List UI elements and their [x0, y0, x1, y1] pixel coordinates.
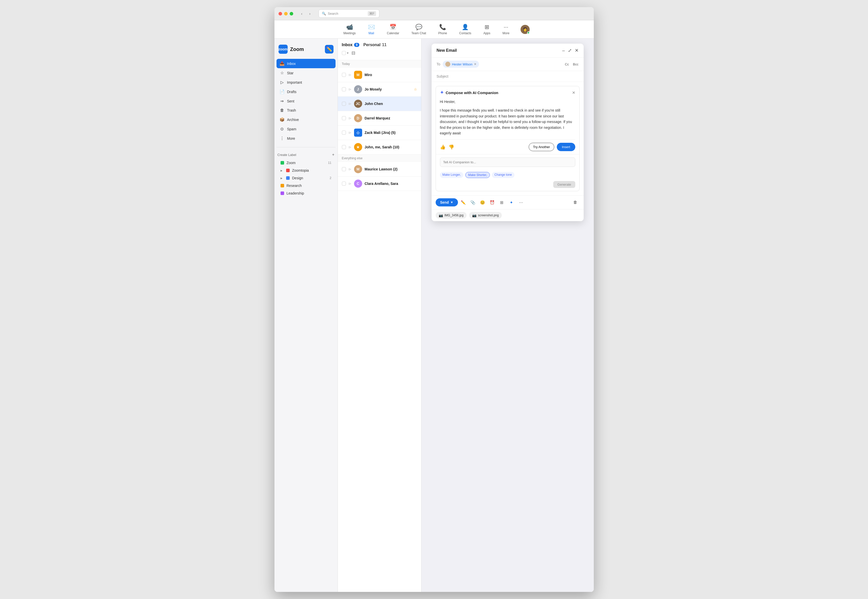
sidebar-item-important[interactable]: ▷ Important [276, 78, 336, 87]
compose-header-actions: – ⤢ ✕ [562, 48, 578, 53]
remove-recipient-button[interactable]: ✕ [474, 62, 476, 66]
email-checkbox-john-chen[interactable] [342, 102, 346, 106]
flag-miro[interactable]: ⊳ [348, 73, 351, 77]
sidebar-item-spam[interactable]: ⊙ Spam [276, 124, 336, 134]
formatting-button[interactable]: ✏️ [459, 198, 468, 207]
email-item-jo[interactable]: ⊳ J Jo Mosely ☆ [338, 82, 421, 96]
cc-button[interactable]: Cc [565, 62, 569, 66]
nav-item-teamchat[interactable]: 💬 Team Chat [406, 22, 431, 37]
insert-button[interactable]: Insert [557, 143, 575, 151]
label-zoomtopia[interactable]: ▶ Zoomtopia [278, 167, 335, 174]
email-item-clara[interactable]: ⊳ C Clara Arellano, Sara [338, 176, 421, 191]
personal-count-badge: 11 [382, 43, 386, 47]
email-checkbox-miro[interactable] [342, 73, 346, 77]
tab-inbox[interactable]: Inbox 9 [342, 43, 359, 47]
flag-zack[interactable]: ⊳ [348, 131, 351, 135]
label-design-arrow: ▶ [281, 177, 282, 179]
flag-john-sarah[interactable]: ⊳ [348, 145, 351, 149]
nav-item-contacts[interactable]: 👤 Contacts [454, 22, 476, 37]
sidebar-item-star[interactable]: ☆ Star [276, 68, 336, 78]
thumbs-down-button[interactable]: 👎 [449, 144, 454, 150]
search-bar[interactable]: 🔍 Search ⌘F [318, 9, 379, 18]
forward-button[interactable]: › [306, 10, 314, 17]
delete-draft-button[interactable]: 🗑 [571, 198, 580, 207]
star-jo[interactable]: ☆ [414, 87, 417, 91]
compose-button[interactable]: ✏️ [325, 45, 333, 54]
minimize-compose-button[interactable]: – [562, 48, 565, 53]
back-button[interactable]: ‹ [298, 10, 305, 17]
minimize-button[interactable] [284, 12, 288, 15]
email-checkbox-darrel[interactable] [342, 116, 346, 120]
flag-maurice[interactable]: ⊳ [348, 167, 351, 171]
suggestion-make-shorter[interactable]: Make Shorter, [465, 172, 490, 178]
label-design[interactable]: ▶ Design 2 [278, 174, 335, 182]
ai-companion-toggle-button[interactable]: ✦ [507, 198, 516, 207]
sender-miro: Miro [365, 73, 372, 77]
compose-subject-field[interactable]: Subject [432, 71, 584, 82]
dropdown-arrow[interactable]: ▾ [347, 51, 348, 55]
send-button[interactable]: Send ▼ [436, 198, 458, 206]
generate-button[interactable]: Generate [553, 181, 575, 188]
attach-file-button[interactable]: 📎 [469, 198, 477, 207]
emoji-button[interactable]: 😊 [478, 198, 487, 207]
email-item-john-sarah[interactable]: ⊳ ★ John, me, Sarah (10) [338, 140, 421, 155]
clock-button[interactable]: ⏰ [488, 198, 497, 207]
suggestion-make-longer[interactable]: Make Longer, [440, 172, 464, 178]
nav-item-meetings[interactable]: 📹 Meetings [338, 22, 361, 37]
email-item-darrel[interactable]: ⊳ D Darrel Marquez [338, 111, 421, 125]
checkbox-select-all[interactable] [342, 51, 346, 55]
user-avatar[interactable]: 👩 [521, 25, 530, 34]
nav-item-phone[interactable]: 📞 Phone [433, 22, 452, 37]
email-checkbox-john-sarah[interactable] [342, 145, 346, 149]
expand-compose-button[interactable]: ⤢ [568, 48, 572, 53]
label-leadership[interactable]: Leadership [278, 190, 335, 197]
nav-item-calendar[interactable]: 📅 Calendar [382, 22, 404, 37]
thumbs-up-button[interactable]: 👍 [440, 144, 446, 150]
drafts-icon: 📄 [279, 89, 285, 94]
template-button[interactable]: ⊞ [497, 198, 506, 207]
ai-close-button[interactable]: ✕ [572, 90, 575, 95]
flag-jo[interactable]: ⊳ [348, 87, 351, 91]
email-item-maurice[interactable]: ⊳ M Maurice Lawson (2) [338, 162, 421, 176]
ai-instruction-input[interactable] [440, 158, 575, 167]
flag-darrel[interactable]: ⊳ [348, 116, 351, 120]
suggestion-change-tone[interactable]: Change tone [492, 172, 515, 178]
select-all-checkbox[interactable]: ▾ [342, 51, 348, 55]
close-compose-button[interactable]: ✕ [575, 48, 578, 53]
try-another-button[interactable]: Try Another [529, 143, 554, 151]
online-indicator [527, 32, 530, 34]
maximize-button[interactable] [290, 12, 293, 15]
flag-john-chen[interactable]: ⊳ [348, 102, 351, 106]
email-item-zack[interactable]: ⊳ ◇ Zack Mali (Jira) (5) [338, 125, 421, 140]
label-zoom[interactable]: Zoom 11 [278, 159, 335, 167]
recipient-chip[interactable]: Hester Wilson ✕ [443, 60, 479, 68]
attachment-img[interactable]: 📷 IMG_3456.jpg [436, 212, 467, 218]
email-checkbox-maurice[interactable] [342, 167, 346, 171]
send-dropdown-arrow[interactable]: ▼ [451, 200, 454, 204]
nav-item-more[interactable]: ··· More [497, 22, 515, 37]
attachment-screenshot[interactable]: 📷 screenshot.png [469, 212, 502, 218]
email-item-miro[interactable]: ⊳ M Miro [338, 68, 421, 82]
label-design-name: Design [292, 176, 303, 180]
sidebar-item-sent[interactable]: ⇒ Sent [276, 96, 336, 106]
filter-button[interactable]: ⊟ [351, 50, 355, 56]
email-checkbox-clara[interactable] [342, 182, 346, 186]
archive-icon: 📦 [279, 117, 285, 122]
flag-clara[interactable]: ⊳ [348, 182, 351, 186]
email-checkbox-jo[interactable] [342, 87, 346, 91]
sidebar-item-drafts[interactable]: 📄 Drafts [276, 87, 336, 96]
label-research[interactable]: Research [278, 182, 335, 190]
tab-personal[interactable]: Personal 11 [363, 43, 386, 47]
email-checkbox-zack[interactable] [342, 131, 346, 135]
close-button[interactable] [279, 12, 282, 15]
sidebar-item-archive[interactable]: 📦 Archive [276, 115, 336, 124]
sidebar-item-trash[interactable]: 🗑 Trash [276, 106, 336, 115]
sidebar-item-inbox[interactable]: 📥 Inbox [276, 59, 336, 68]
bcc-button[interactable]: Bcc [573, 62, 578, 66]
nav-item-mail[interactable]: ✉️ Mail [363, 22, 380, 37]
add-label-button[interactable]: + [332, 152, 334, 157]
more-options-button[interactable]: ⋯ [517, 198, 526, 207]
nav-item-apps[interactable]: ⊞ Apps [478, 22, 495, 37]
email-item-john-chen[interactable]: ⊳ JC John Chen [338, 96, 421, 111]
sidebar-item-more[interactable]: ⋮ More [276, 134, 336, 143]
